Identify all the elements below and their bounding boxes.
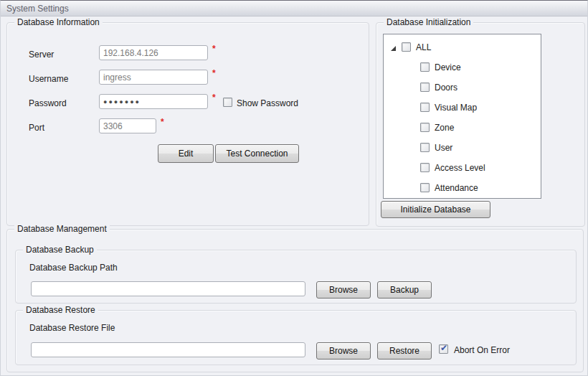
restore-file-input[interactable] xyxy=(31,342,305,357)
checkbox-icon[interactable] xyxy=(420,183,430,192)
checkbox-icon[interactable] xyxy=(402,42,411,52)
tab-system-settings[interactable]: System Settings xyxy=(6,4,69,14)
database-restore-group: Database Restore Database Restore File B… xyxy=(15,310,577,365)
server-required-marker: * xyxy=(212,44,216,54)
tree-item-doors[interactable]: Doors xyxy=(384,77,541,98)
backup-path-input[interactable] xyxy=(31,281,305,296)
password-required-marker: * xyxy=(212,93,216,103)
tree-item-zone[interactable]: Zone xyxy=(384,118,541,138)
password-input[interactable] xyxy=(99,94,208,109)
abort-on-error-label: Abort On Error xyxy=(454,345,510,355)
database-initialization-title: Database Initialization xyxy=(384,17,473,27)
restore-file-label: Database Restore File xyxy=(29,323,115,333)
checkbox-icon[interactable] xyxy=(420,123,430,132)
username-label: Username xyxy=(29,74,68,84)
initialization-tree: ALL DeviceDoorsVisual MapZoneUserAccess … xyxy=(383,34,541,199)
database-backup-group: Database Backup Database Backup Path Bro… xyxy=(15,250,577,304)
checkbox-icon[interactable] xyxy=(420,163,430,172)
database-management-title: Database Management xyxy=(14,224,110,234)
port-label: Port xyxy=(29,123,44,133)
checkbox-icon[interactable] xyxy=(420,103,430,112)
backup-path-label: Database Backup Path xyxy=(29,263,118,273)
server-input[interactable] xyxy=(99,45,208,60)
database-restore-title: Database Restore xyxy=(23,305,98,315)
tree-item-access-level[interactable]: Access Level xyxy=(384,158,541,178)
edit-button[interactable]: Edit xyxy=(158,144,214,163)
tab-bar: System Settings xyxy=(1,1,587,17)
backup-button[interactable]: Backup xyxy=(377,281,432,299)
show-password-label: Show Password xyxy=(237,98,298,108)
checkbox-icon[interactable] xyxy=(420,143,430,152)
database-information-title: Database Information xyxy=(14,17,103,27)
init-tree-children: DeviceDoorsVisual MapZoneUserAccess Leve… xyxy=(384,57,541,198)
restore-browse-button[interactable]: Browse xyxy=(316,342,371,359)
port-required-marker: * xyxy=(161,117,164,127)
database-management-group: Database Management Database Backup Data… xyxy=(6,229,584,372)
database-backup-title: Database Backup xyxy=(23,245,97,255)
server-label: Server xyxy=(29,50,54,60)
test-connection-button[interactable]: Test Connection xyxy=(215,144,299,163)
tree-item-visual-map[interactable]: Visual Map xyxy=(384,98,541,118)
database-information-group: Database Information Server * Username *… xyxy=(6,22,369,226)
abort-on-error-checkbox[interactable] xyxy=(439,344,448,354)
restore-button[interactable]: Restore xyxy=(377,342,432,359)
initialize-database-button[interactable]: Initialize Database xyxy=(381,201,490,218)
username-required-marker: * xyxy=(212,68,216,78)
checkbox-icon[interactable] xyxy=(420,62,430,72)
tree-expand-icon[interactable] xyxy=(391,46,396,51)
username-input[interactable] xyxy=(99,70,208,85)
backup-browse-button[interactable]: Browse xyxy=(316,281,371,299)
checkbox-icon[interactable] xyxy=(420,83,430,92)
show-password-checkbox[interactable] xyxy=(223,98,232,107)
system-settings-panel: System Settings Database Information Ser… xyxy=(0,0,588,376)
password-label: Password xyxy=(29,98,67,108)
tree-item-attendance[interactable]: Attendance xyxy=(384,178,541,198)
tree-item-user[interactable]: User xyxy=(384,138,541,158)
tree-item-device[interactable]: Device xyxy=(384,57,541,77)
database-initialization-group: Database Initialization ALL DeviceDoorsV… xyxy=(376,22,585,227)
port-input[interactable] xyxy=(99,118,156,133)
tree-item-all[interactable]: ALL xyxy=(384,37,541,57)
